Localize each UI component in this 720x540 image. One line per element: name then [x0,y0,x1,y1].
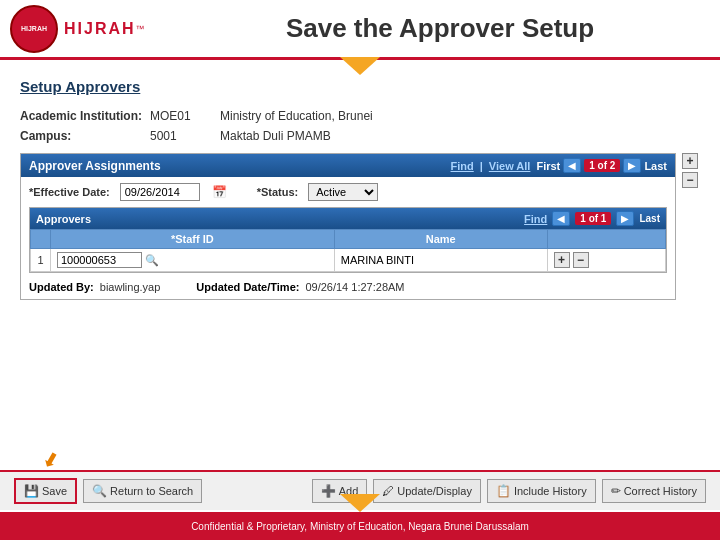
return-to-search-button[interactable]: 🔍 Return to Search [83,479,202,503]
campus-value: Maktab Duli PMAMB [220,129,331,143]
page-info: 1 of 2 [584,159,620,172]
header-title-area: Save the Approver Setup [170,13,710,44]
approvers-subheader: Approvers Find ◀ 1 of 1 ▶ Last [30,208,666,229]
assignments-container: Approver Assignments Find | View All Fir… [20,153,676,300]
staff-id-cell: 🔍 [51,249,335,272]
assignments-body: *Effective Date: 📅 *Status: Active Inact… [21,177,675,299]
academic-institution-value: Ministry of Education, Brunei [220,109,373,123]
sub-next-btn[interactable]: ▶ [616,211,634,226]
col-staff-id: *Staff ID [51,230,335,249]
assignments-controls: Find | View All First ◀ 1 of 2 ▶ Last [451,158,667,173]
approvers-sub-controls: Find ◀ 1 of 1 ▶ Last [524,211,660,226]
update-icon: 🖊 [382,484,394,498]
row-buttons: + − [554,252,659,268]
updated-by-label: Updated By: [29,281,94,293]
pagination: First ◀ 1 of 2 ▶ Last [536,158,667,173]
academic-institution-row: Academic Institution: MOE01 Ministry of … [20,109,700,123]
remove-row-button[interactable]: − [573,252,589,268]
effective-date-input[interactable] [120,183,200,201]
add-row-button[interactable]: + [554,252,570,268]
logo-text: HIJRAH [64,20,136,38]
correct-history-button[interactable]: ✏ Correct History [602,479,706,503]
update-display-button[interactable]: 🖊 Update/Display [373,479,481,503]
sub-prev-btn[interactable]: ◀ [552,211,570,226]
assignments-title: Approver Assignments [29,159,161,173]
staff-id-input[interactable] [57,252,142,268]
save-icon: 💾 [24,484,39,498]
update-display-label: Update/Display [397,485,472,497]
add-icon: ➕ [321,484,336,498]
assignments-header: Approver Assignments Find | View All Fir… [21,154,675,177]
main-content: Setup Approvers Academic Institution: MO… [0,60,720,310]
col-actions [547,230,665,249]
include-history-button[interactable]: 📋 Include History [487,479,596,503]
prev-page-button[interactable]: ◀ [563,158,581,173]
return-to-search-label: Return to Search [110,485,193,497]
include-history-icon: 📋 [496,484,511,498]
updated-by-row: Updated By: biawling.yap Updated Date/Ti… [29,281,667,293]
sub-page-info: 1 of 1 [575,212,611,225]
academic-institution-label: Academic Institution: [20,109,150,123]
academic-institution-code: MOE01 [150,109,220,123]
save-label: Save [42,485,67,497]
page-title: Save the Approver Setup [286,13,594,43]
campus-label: Campus: [20,129,150,143]
first-label: First [536,160,560,172]
campus-row: Campus: 5001 Maktab Duli PMAMB [20,129,700,143]
view-all-link[interactable]: View All [489,160,531,172]
updated-by-value: biawling.yap [100,281,161,293]
row-action-cell: + − [547,249,665,272]
logo-area: HIJRAH HIJRAH ™ [10,5,170,53]
logo-icon: HIJRAH [10,5,58,53]
sub-last-label: Last [639,213,660,224]
outer-remove-button[interactable]: − [682,172,698,188]
effective-date-label: *Effective Date: [29,186,110,198]
approvers-subbox: Approvers Find ◀ 1 of 1 ▶ Last [29,207,667,273]
find-link[interactable]: Find [451,160,474,172]
outer-add-button[interactable]: + [682,153,698,169]
approvers-subtitle: Approvers [36,213,91,225]
effective-date-row: *Effective Date: 📅 *Status: Active Inact… [29,183,667,201]
col-name: Name [334,230,547,249]
outer-add-remove: + − [682,153,698,188]
logo-trademark: ™ [136,24,145,34]
include-history-label: Include History [514,485,587,497]
updated-datetime-label: Updated Date/Time: [196,281,299,293]
last-label: Last [644,160,667,172]
status-label: *Status: [257,186,299,198]
next-page-button[interactable]: ▶ [623,158,641,173]
correct-history-label: Correct History [624,485,697,497]
bottom-arrow [340,494,380,512]
footer: Confidential & Proprietary, Ministry of … [0,512,720,540]
find-sub-link[interactable]: Find [524,213,547,225]
correct-history-icon: ✏ [611,484,621,498]
updated-datetime-value: 09/26/14 1:27:28AM [305,281,404,293]
status-select[interactable]: Active Inactive [308,183,378,201]
calendar-icon[interactable]: 📅 [212,185,227,199]
save-button[interactable]: 💾 Save [14,478,77,504]
assignments-box: Approver Assignments Find | View All Fir… [20,153,676,300]
table-row: 1 🔍 MARINA BINTI + − [31,249,666,272]
col-num [31,230,51,249]
return-icon: 🔍 [92,484,107,498]
section-title: Setup Approvers [20,78,700,95]
header: HIJRAH HIJRAH ™ Save the Approver Setup [0,0,720,60]
campus-code: 5001 [150,129,220,143]
footer-text: Confidential & Proprietary, Ministry of … [191,521,529,532]
name-cell: MARINA BINTI [334,249,547,272]
approvers-table: *Staff ID Name 1 🔍 [30,229,666,272]
header-arrow [340,57,380,75]
table-header-row: *Staff ID Name [31,230,666,249]
lookup-icon[interactable]: 🔍 [145,254,159,266]
row-number: 1 [31,249,51,272]
